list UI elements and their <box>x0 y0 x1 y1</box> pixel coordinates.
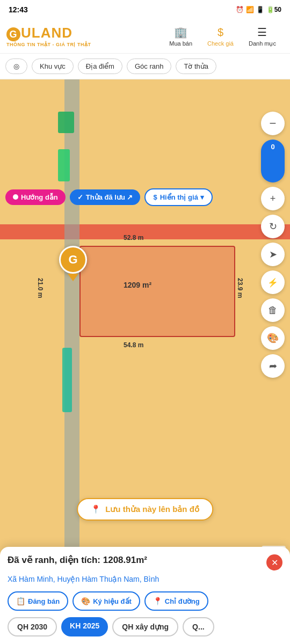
price-label: Hiển thị giá ▾ <box>160 193 204 201</box>
map-green-patch-3 <box>62 348 72 412</box>
layers-icon: ⚡ <box>267 277 278 288</box>
save-pin-icon: 📍 <box>91 504 101 514</box>
filter-location[interactable]: ◎ <box>5 58 27 74</box>
signal-icon: 📱 <box>256 6 264 13</box>
map-plot <box>79 246 235 337</box>
tag-more-label: Q... <box>192 623 205 631</box>
plus-icon: + <box>270 193 276 204</box>
nav-item-danh-muc[interactable]: ☰ Danh mục <box>241 26 284 47</box>
wifi-icon: 📶 <box>246 6 254 13</box>
refresh-button[interactable]: ↻ <box>261 215 285 238</box>
header: GULAND THÔNG TIN THẬT - GIÁ TRỊ THẬT 🏢 M… <box>0 19 290 54</box>
logo: GULAND <box>6 26 73 41</box>
measure-left: 21.0 m <box>37 278 44 298</box>
minus-icon: − <box>270 116 277 130</box>
dang-ban-label: Đăng bán <box>28 597 60 605</box>
register-icon: 📋 <box>16 597 25 605</box>
zoom-value: 0 <box>271 143 274 151</box>
filter-goc-ranh[interactable]: Góc ranh <box>127 58 171 74</box>
guide-button[interactable]: Hướng dẫn <box>5 189 66 205</box>
khu-vuc-label: Khu vực <box>40 62 66 70</box>
goc-ranh-label: Góc ranh <box>135 62 163 70</box>
chi-duong-label: Chỉ đường <box>165 597 200 605</box>
palette-button[interactable]: 🎨 <box>261 326 285 350</box>
map-green-patch-1 <box>58 112 74 133</box>
guide-label: Hướng dẫn <box>21 193 58 201</box>
action-bar: Hướng dẫn ✓ Thửa đã lưu ↗ $ Hiển thị giá… <box>0 185 290 209</box>
symbol-icon: 🎨 <box>81 597 90 605</box>
zoom-slider[interactable]: 0 <box>261 140 285 182</box>
filter-bar: ◎ Khu vực Địa điểm Góc ranh Tờ thửa <box>0 54 290 79</box>
tag-kh2025-label: KH 2025 <box>70 621 99 630</box>
dia-diem-label: Địa điểm <box>86 62 114 70</box>
filter-dia-diem[interactable]: Địa điểm <box>78 58 122 74</box>
dollar-icon: $ <box>218 26 223 39</box>
measure-right: 23.9 m <box>236 278 244 298</box>
panel-address: Xã Hàm Minh, Huyện Hàm Thuận Nam, Bình <box>8 574 282 585</box>
logo-subtitle: THÔNG TIN THẬT - GIÁ TRỊ THẬT <box>6 42 91 47</box>
time: 12:43 <box>9 5 28 14</box>
menu-icon: ☰ <box>257 26 267 39</box>
pin-circle: G <box>59 246 87 274</box>
layers-button[interactable]: ⚡ <box>261 270 285 294</box>
zoom-in-button[interactable]: + <box>261 187 285 210</box>
tag-qh-xd[interactable]: QH xây dựng <box>112 617 178 636</box>
bottom-tags: QH 2030 KH 2025 QH xây dựng Q... <box>8 617 282 640</box>
tag-kh2025[interactable]: KH 2025 <box>61 617 108 636</box>
alarm-icon: ⏰ <box>236 6 244 13</box>
directions-icon: 📍 <box>153 597 162 605</box>
tag-more[interactable]: Q... <box>183 617 214 636</box>
ky-hieu-button[interactable]: 🎨 Ký hiệu đất <box>73 591 140 611</box>
map-pin[interactable]: G <box>59 246 87 279</box>
delete-button[interactable]: 🗑 <box>261 298 285 322</box>
logo-g: G <box>6 27 20 41</box>
location-icon: ◎ <box>13 62 19 70</box>
map-controls: − 0 + ↻ ➤ ⚡ 🗑 🎨 ➦ <box>261 112 285 378</box>
to-thua-label: Tờ thửa <box>184 62 208 70</box>
ky-hieu-label: Ký hiệu đất <box>93 597 132 605</box>
nav-item-mua-ban[interactable]: 🏢 Mua bán <box>162 26 200 47</box>
status-bar: 12:43 ⏰ 📶 📱 🔋50 <box>0 0 290 19</box>
palette-icon: 🎨 <box>267 332 279 344</box>
zoom-out-button[interactable]: − <box>261 112 285 135</box>
panel-actions: 📋 Đăng bán 🎨 Ký hiệu đất 📍 Chỉ đường <box>8 591 282 611</box>
share-icon: ➦ <box>269 360 277 372</box>
panel-header: Đã vẽ ranh, diện tích: 1208.91m² ✕ <box>8 554 282 570</box>
nav-item-check-gia[interactable]: $ Check giá <box>200 26 241 47</box>
pin-g-icon: G <box>68 253 77 267</box>
dang-ban-button[interactable]: 📋 Đăng bán <box>8 591 68 611</box>
filter-to-thua[interactable]: Tờ thửa <box>176 58 216 74</box>
navigate-icon: ➤ <box>269 248 277 260</box>
battery-icon: 🔋50 <box>266 6 281 13</box>
status-icons: ⏰ 📶 📱 🔋50 <box>236 6 281 13</box>
pin-tail <box>68 274 78 281</box>
nav-label-danh-muc: Danh mục <box>249 40 276 47</box>
save-map-button[interactable]: 📍 Lưu thửa này lên bản đồ <box>77 498 213 521</box>
tag-qh2030-label: QH 2030 <box>17 623 47 631</box>
building-icon: 🏢 <box>174 26 187 39</box>
refresh-icon: ↻ <box>269 221 277 232</box>
tag-qh-xd-label: QH xây dựng <box>122 623 169 631</box>
check-icon: ✓ <box>77 193 83 201</box>
tag-qh2030[interactable]: QH 2030 <box>8 617 57 636</box>
nav-label-check-gia: Check giá <box>207 40 234 47</box>
panel-title: Đã vẽ ranh, diện tích: 1208.91m² <box>8 554 147 566</box>
saved-button[interactable]: ✓ Thửa đã lưu ↗ <box>70 189 141 205</box>
chi-duong-button[interactable]: 📍 Chỉ đường <box>144 591 208 611</box>
saved-label: Thửa đã lưu ↗ <box>86 193 133 201</box>
guide-dot <box>13 194 18 200</box>
nav-label-mua-ban: Mua bán <box>169 40 192 47</box>
map-road-horizontal <box>0 224 290 239</box>
bottom-panel: Đã vẽ ranh, diện tích: 1208.91m² ✕ Xã Hà… <box>0 547 290 644</box>
price-button[interactable]: $ Hiển thị giá ▾ <box>144 188 212 206</box>
measure-top: 52.8 m <box>124 234 143 241</box>
logo-area: GULAND THÔNG TIN THẬT - GIÁ TRỊ THẬT <box>6 26 91 47</box>
close-button[interactable]: ✕ <box>266 554 282 570</box>
share-button[interactable]: ➦ <box>261 354 285 378</box>
navigate-button[interactable]: ➤ <box>261 243 285 266</box>
map-green-patch-2 <box>58 149 70 181</box>
filter-khu-vuc[interactable]: Khu vực <box>32 58 74 74</box>
measure-bottom: 54.8 m <box>124 341 143 349</box>
measure-area: 1209 m² <box>124 281 151 289</box>
save-map-label: Lưu thửa này lên bản đồ <box>105 504 199 514</box>
